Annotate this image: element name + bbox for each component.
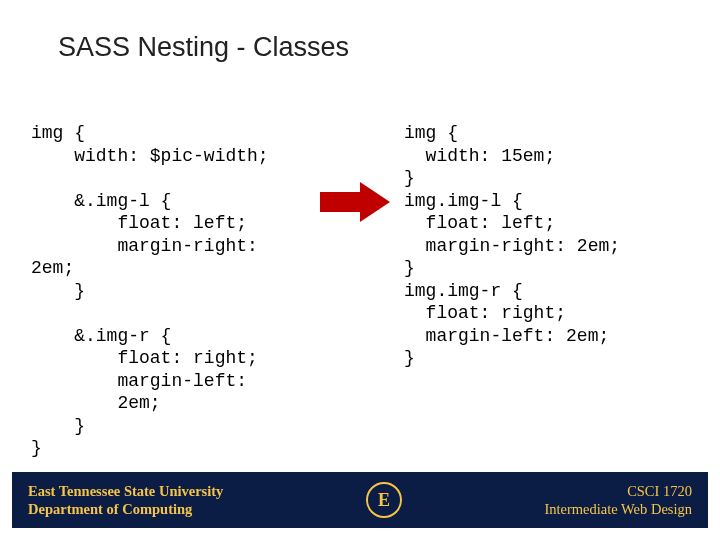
logo-letter: E (378, 490, 390, 511)
arrow-shape (320, 182, 390, 222)
institution-line2: Department of Computing (28, 500, 223, 518)
course-title: Intermediate Web Design (544, 500, 692, 518)
slide: SASS Nesting - Classes img { width: $pic… (0, 0, 720, 540)
sass-code-block: img { width: $pic-width; &.img-l { float… (31, 122, 269, 460)
footer-logo-wrap: E (356, 482, 412, 518)
footer-course: CSCI 1720 Intermediate Web Design (544, 482, 692, 518)
institution-line1: East Tennessee State University (28, 482, 223, 500)
footer-institution: East Tennessee State University Departme… (28, 482, 223, 518)
arrow-icon (320, 182, 390, 222)
university-logo-icon: E (366, 482, 402, 518)
slide-title: SASS Nesting - Classes (58, 32, 349, 63)
footer-bar: East Tennessee State University Departme… (12, 472, 708, 528)
course-code: CSCI 1720 (544, 482, 692, 500)
css-code-block: img { width: 15em; } img.img-l { float: … (404, 122, 620, 370)
